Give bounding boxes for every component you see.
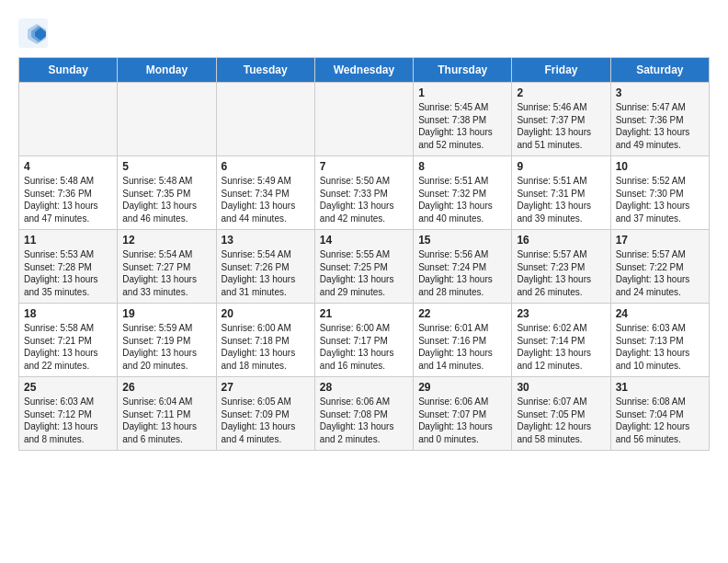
calendar-cell: 19Sunrise: 5:59 AMSunset: 7:19 PMDayligh…: [118, 304, 216, 377]
day-info: Daylight: 13 hours and 29 minutes.: [320, 273, 408, 298]
day-info: Daylight: 13 hours and 46 minutes.: [122, 200, 210, 224]
day-info: Sunrise: 5:57 AM: [616, 248, 704, 261]
day-info: Sunset: 7:13 PM: [616, 335, 704, 348]
day-number: 4: [24, 160, 112, 173]
calendar-cell: 2Sunrise: 5:46 AMSunset: 7:37 PMDaylight…: [512, 83, 610, 156]
day-info: Sunrise: 5:53 AM: [24, 248, 112, 261]
day-info: Sunrise: 6:02 AM: [517, 322, 605, 335]
day-number: 29: [418, 381, 506, 394]
calendar-cell: 3Sunrise: 5:47 AMSunset: 7:36 PMDaylight…: [610, 83, 709, 156]
calendar-cell: 11Sunrise: 5:53 AMSunset: 7:28 PMDayligh…: [19, 230, 118, 304]
calendar-week-row: 1Sunrise: 5:45 AMSunset: 7:38 PMDaylight…: [19, 83, 710, 156]
day-info: Sunset: 7:36 PM: [24, 188, 112, 201]
day-number: 2: [517, 86, 605, 99]
calendar-cell: 22Sunrise: 6:01 AMSunset: 7:16 PMDayligh…: [414, 304, 512, 377]
day-number: 23: [517, 307, 605, 320]
day-number: 8: [418, 160, 506, 173]
calendar-cell: 14Sunrise: 5:55 AMSunset: 7:25 PMDayligh…: [314, 230, 413, 304]
calendar-cell: 8Sunrise: 5:51 AMSunset: 7:32 PMDaylight…: [414, 156, 512, 230]
day-info: Sunrise: 6:08 AM: [616, 396, 704, 408]
day-number: 19: [122, 307, 210, 320]
day-info: Sunset: 7:05 PM: [517, 408, 605, 421]
day-info: Sunset: 7:36 PM: [616, 114, 704, 127]
day-info: Daylight: 13 hours and 40 minutes.: [418, 200, 506, 224]
day-info: Sunset: 7:24 PM: [418, 261, 506, 274]
day-info: Daylight: 13 hours and 16 minutes.: [320, 347, 408, 372]
day-info: Sunset: 7:28 PM: [24, 261, 112, 274]
day-number: 18: [24, 307, 112, 320]
day-info: Sunset: 7:25 PM: [320, 261, 408, 274]
day-info: Sunset: 7:34 PM: [222, 188, 310, 201]
calendar-cell: [216, 83, 314, 156]
day-info: Sunset: 7:37 PM: [517, 114, 605, 127]
calendar-cell: 10Sunrise: 5:52 AMSunset: 7:30 PMDayligh…: [610, 156, 709, 230]
day-number: 3: [616, 86, 704, 99]
calendar-cell: 18Sunrise: 5:58 AMSunset: 7:21 PMDayligh…: [19, 304, 118, 377]
day-info: Daylight: 13 hours and 47 minutes.: [24, 200, 112, 224]
day-info: Sunset: 7:35 PM: [122, 188, 210, 201]
day-info: Daylight: 13 hours and 14 minutes.: [418, 347, 506, 372]
day-info: Daylight: 13 hours and 33 minutes.: [122, 273, 210, 298]
day-info: Sunrise: 6:05 AM: [222, 396, 310, 408]
day-number: 6: [222, 160, 310, 173]
weekday-header: Sunday: [19, 58, 118, 83]
day-info: Daylight: 13 hours and 35 minutes.: [24, 273, 112, 298]
day-info: Sunset: 7:22 PM: [616, 261, 704, 274]
calendar-cell: 29Sunrise: 6:06 AMSunset: 7:07 PMDayligh…: [414, 377, 512, 451]
day-info: Sunrise: 6:03 AM: [616, 322, 704, 335]
day-info: Sunrise: 5:48 AM: [24, 175, 112, 188]
day-info: Sunset: 7:14 PM: [517, 335, 605, 348]
day-info: Sunrise: 5:59 AM: [122, 322, 210, 335]
calendar-cell: 26Sunrise: 6:04 AMSunset: 7:11 PMDayligh…: [118, 377, 216, 451]
calendar-cell: [19, 83, 118, 156]
day-info: Daylight: 13 hours and 6 minutes.: [122, 420, 210, 445]
day-info: Sunset: 7:33 PM: [320, 188, 408, 201]
calendar-cell: 9Sunrise: 5:51 AMSunset: 7:31 PMDaylight…: [512, 156, 610, 230]
day-info: Sunrise: 6:03 AM: [24, 396, 112, 408]
calendar-cell: 23Sunrise: 6:02 AMSunset: 7:14 PMDayligh…: [512, 304, 610, 377]
day-info: Sunrise: 5:48 AM: [122, 175, 210, 188]
day-info: Daylight: 13 hours and 12 minutes.: [517, 347, 605, 372]
day-number: 10: [616, 160, 704, 173]
day-info: Sunrise: 5:47 AM: [616, 101, 704, 114]
day-info: Sunrise: 5:46 AM: [517, 101, 605, 114]
day-number: 20: [222, 307, 310, 320]
day-info: Daylight: 13 hours and 51 minutes.: [517, 126, 605, 151]
day-number: 26: [122, 381, 210, 394]
day-info: Sunset: 7:11 PM: [122, 408, 210, 421]
calendar-cell: 20Sunrise: 6:00 AMSunset: 7:18 PMDayligh…: [216, 304, 314, 377]
day-info: Daylight: 13 hours and 4 minutes.: [222, 420, 310, 445]
calendar-cell: 7Sunrise: 5:50 AMSunset: 7:33 PMDaylight…: [314, 156, 413, 230]
calendar-cell: 27Sunrise: 6:05 AMSunset: 7:09 PMDayligh…: [216, 377, 314, 451]
day-info: Sunrise: 6:00 AM: [222, 322, 310, 335]
day-info: Daylight: 13 hours and 0 minutes.: [418, 420, 506, 445]
weekday-header: Tuesday: [216, 58, 314, 83]
day-number: 16: [517, 234, 605, 247]
day-number: 1: [418, 86, 506, 99]
day-info: Sunrise: 5:45 AM: [418, 101, 506, 114]
weekday-header: Wednesday: [314, 58, 413, 83]
day-info: Daylight: 13 hours and 10 minutes.: [616, 347, 704, 372]
day-info: Daylight: 13 hours and 52 minutes.: [418, 126, 506, 151]
day-number: 24: [616, 307, 704, 320]
calendar-week-row: 4Sunrise: 5:48 AMSunset: 7:36 PMDaylight…: [19, 156, 710, 230]
calendar-cell: 1Sunrise: 5:45 AMSunset: 7:38 PMDaylight…: [414, 83, 512, 156]
day-info: Sunrise: 5:55 AM: [320, 248, 408, 261]
calendar-cell: 5Sunrise: 5:48 AMSunset: 7:35 PMDaylight…: [118, 156, 216, 230]
day-number: 30: [517, 381, 605, 394]
calendar-cell: [314, 83, 413, 156]
day-info: Daylight: 13 hours and 26 minutes.: [517, 273, 605, 298]
day-info: Sunrise: 5:56 AM: [418, 248, 506, 261]
day-number: 11: [24, 234, 112, 247]
day-info: Daylight: 12 hours and 56 minutes.: [616, 420, 704, 445]
day-info: Sunset: 7:23 PM: [517, 261, 605, 274]
calendar-cell: 31Sunrise: 6:08 AMSunset: 7:04 PMDayligh…: [610, 377, 709, 451]
day-info: Daylight: 12 hours and 58 minutes.: [517, 420, 605, 445]
day-info: Sunrise: 5:54 AM: [122, 248, 210, 261]
day-info: Sunset: 7:08 PM: [320, 408, 408, 421]
day-info: Sunset: 7:07 PM: [418, 408, 506, 421]
day-info: Daylight: 13 hours and 28 minutes.: [418, 273, 506, 298]
day-info: Sunrise: 6:00 AM: [320, 322, 408, 335]
day-number: 5: [122, 160, 210, 173]
calendar-week-row: 18Sunrise: 5:58 AMSunset: 7:21 PMDayligh…: [19, 304, 710, 377]
